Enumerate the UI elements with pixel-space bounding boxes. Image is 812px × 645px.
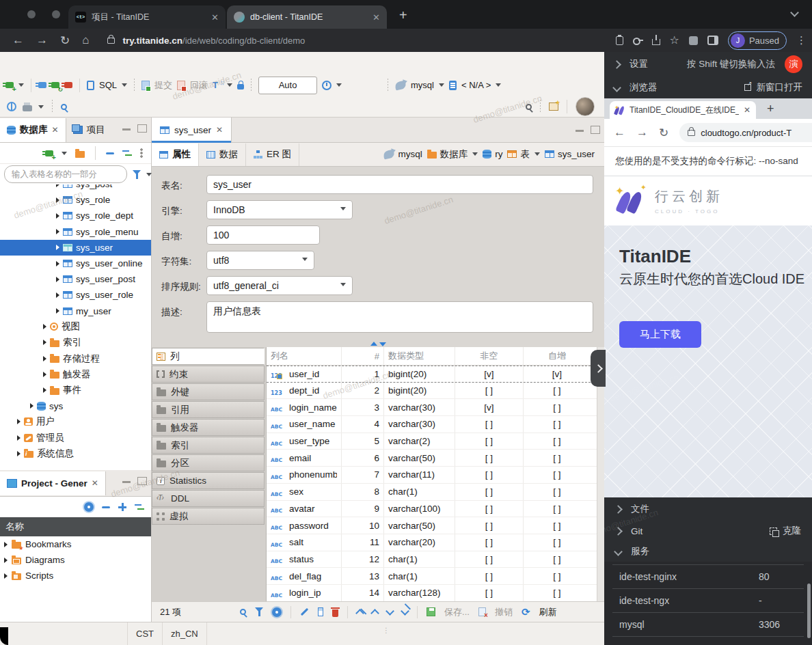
breadcrumb-item[interactable]: 数据库 — [427, 148, 478, 161]
go-next-icon[interactable] — [385, 607, 394, 616]
column-notnull[interactable]: [ ] — [455, 450, 524, 466]
project-item[interactable]: Diagrams — [0, 552, 151, 568]
header-col-type[interactable]: 数据类型 — [384, 347, 455, 365]
share-icon[interactable] — [652, 39, 660, 45]
new-connection-icon[interactable] — [45, 150, 53, 156]
connection-chevron-icon[interactable] — [62, 152, 67, 158]
history-chevron-icon[interactable] — [336, 83, 342, 90]
commit-button[interactable]: 提交 — [154, 79, 172, 92]
expander-icon[interactable] — [56, 229, 59, 234]
embedded-address-bar[interactable]: cloudtogo.cn/product-T — [679, 123, 812, 142]
expander-icon[interactable] — [4, 573, 8, 579]
home-icon[interactable]: ⌂ — [82, 33, 89, 47]
column-notnull[interactable]: [v] — [455, 366, 524, 382]
column-autoincrement[interactable]: [ ] — [524, 585, 591, 601]
tree-item[interactable]: 触发器 — [0, 366, 151, 382]
password-key-icon[interactable] — [633, 36, 642, 45]
delete-row-icon[interactable] — [332, 609, 338, 617]
new-tab-button[interactable]: + — [767, 102, 774, 116]
tree-item[interactable]: sys_role — [0, 192, 151, 208]
section-nav-item[interactable]: Statistics — [152, 472, 265, 489]
bookmark-table-icon[interactable] — [549, 102, 558, 111]
new-tab-button[interactable]: + — [399, 8, 407, 22]
files-section-header[interactable]: 文件 — [604, 497, 812, 521]
column-row[interactable]: del_flag 13 char(1) [ ] [ ] — [267, 568, 604, 585]
project-item[interactable]: Scripts — [0, 568, 151, 584]
save-clipboard-icon[interactable] — [616, 36, 623, 45]
git-section-header[interactable]: Git 克隆 — [604, 521, 812, 541]
filter-chevron-icon[interactable] — [146, 173, 152, 179]
expander-icon[interactable] — [17, 435, 21, 441]
sql-chevron-icon[interactable] — [122, 83, 127, 90]
sql-editor-icon[interactable] — [87, 81, 94, 90]
expander-icon[interactable] — [43, 324, 46, 329]
filter-icon[interactable] — [133, 170, 141, 179]
column-notnull[interactable]: [ ] — [455, 517, 524, 534]
section-nav-item[interactable]: 外键 — [152, 383, 265, 400]
lock-icon[interactable] — [107, 38, 115, 44]
section-nav-item[interactable]: 分区 — [152, 454, 265, 471]
expander-icon[interactable] — [56, 292, 59, 298]
quick-search-icon[interactable] — [526, 104, 532, 110]
rollback-icon[interactable] — [177, 81, 185, 90]
tree-item[interactable]: 系统信息 — [0, 445, 151, 461]
sql-button[interactable]: SQL — [99, 80, 117, 90]
back-icon[interactable]: ← — [12, 33, 24, 47]
view-menu-icon[interactable] — [140, 148, 144, 158]
section-nav-item[interactable]: 约束 — [152, 366, 265, 383]
expander-icon[interactable] — [43, 340, 46, 345]
expander-icon[interactable] — [4, 558, 8, 563]
expander-icon[interactable] — [56, 245, 59, 250]
tree-item[interactable]: sys_user_online — [0, 256, 151, 271]
browser-menu-icon[interactable]: ⋮ — [796, 34, 807, 46]
url-host[interactable]: try.titanide.cn — [123, 36, 183, 46]
breadcrumb-item[interactable]: sys_user — [545, 149, 595, 159]
expander-icon[interactable] — [43, 387, 46, 393]
tree-item[interactable]: sys_role_dept — [0, 208, 151, 223]
locale-cell[interactable]: zh_CN — [163, 622, 207, 645]
tree-item[interactable]: 管理员 — [0, 430, 151, 445]
reload-icon[interactable]: ↻ — [60, 33, 70, 48]
print-chevron-icon[interactable] — [38, 105, 44, 111]
services-scrollbar[interactable] — [807, 584, 811, 638]
table-search-input[interactable] — [4, 165, 127, 183]
browser-tab-db-client[interactable]: db-client - TitanIDE ✕ — [227, 5, 387, 29]
column-autoincrement[interactable]: [ ] — [524, 517, 591, 534]
gear-icon[interactable] — [84, 502, 94, 512]
editor-subtab[interactable]: 数据 — [199, 143, 246, 166]
grid-filter-icon[interactable] — [255, 607, 263, 616]
bookmark-star-icon[interactable]: ☆ — [670, 36, 679, 45]
new-folder-icon[interactable] — [75, 151, 85, 158]
tree-item[interactable]: 事件 — [0, 382, 151, 398]
web-browser-icon[interactable] — [7, 102, 16, 111]
download-button[interactable]: 马上下载 — [619, 321, 701, 348]
expander-icon[interactable] — [17, 419, 21, 424]
tab-close-icon[interactable]: ✕ — [744, 105, 750, 115]
expander-icon[interactable] — [43, 356, 46, 361]
form-control[interactable]: sys_user — [206, 175, 593, 194]
active-schema-select[interactable]: < N/A > — [461, 80, 491, 90]
column-row[interactable]: phonenumber 7 varchar(11) [ ] [ ] — [267, 467, 604, 484]
section-nav-item[interactable]: 触发器 — [152, 419, 265, 436]
column-notnull[interactable]: [ ] — [455, 416, 524, 433]
tree-item[interactable]: sys_role_menu — [0, 224, 151, 240]
column-autoincrement[interactable]: [ ] — [524, 467, 591, 483]
column-autoincrement[interactable]: [ ] — [524, 450, 591, 466]
close-icon[interactable]: ✕ — [52, 125, 59, 135]
tab-project-general[interactable]: Project - Gener ✕ — [0, 471, 106, 495]
column-autoincrement[interactable]: [ ] — [524, 501, 591, 517]
expand-all-icon[interactable] — [118, 503, 126, 511]
column-autoincrement[interactable]: [ ] — [524, 433, 591, 450]
column-notnull[interactable]: [ ] — [455, 433, 524, 450]
window-close-button[interactable] — [27, 10, 36, 18]
service-row[interactable]: ide-test-nginx 80 — [612, 565, 804, 589]
schema-chevron-icon[interactable] — [496, 83, 501, 90]
form-control[interactable]: 100 — [206, 225, 320, 245]
restore-panel-handle[interactable] — [591, 350, 606, 387]
header-col-num[interactable]: # — [342, 347, 384, 365]
user-avatar[interactable] — [576, 97, 595, 116]
new-connection-chevron-icon[interactable] — [18, 83, 24, 90]
search-small-icon[interactable] — [61, 104, 67, 110]
tab-close-icon[interactable]: ✕ — [373, 12, 380, 23]
column-row[interactable]: login_name 3 varchar(30) [v] [ ] — [267, 399, 604, 416]
